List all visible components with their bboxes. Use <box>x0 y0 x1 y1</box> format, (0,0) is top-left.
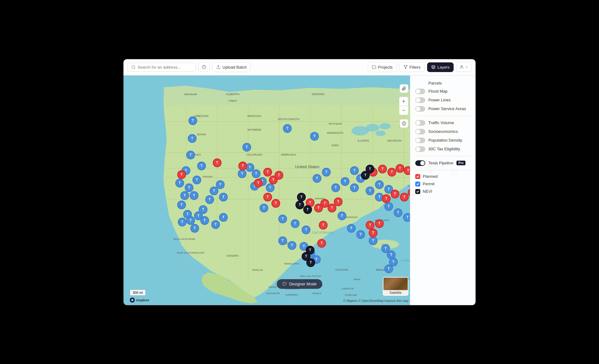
marker-blue[interactable]: T <box>211 220 220 229</box>
planned-label: Planned <box>423 174 438 179</box>
30c-tax-toggle[interactable] <box>415 146 425 152</box>
marker-blue[interactable]: T <box>283 124 292 133</box>
marker-blue[interactable]: T <box>199 205 207 214</box>
marker-blue[interactable]: T <box>347 224 356 233</box>
marker-blue[interactable]: T <box>350 183 359 192</box>
search-box[interactable] <box>127 63 196 72</box>
marker-blue[interactable]: T <box>350 166 359 175</box>
marker-blue[interactable]: T <box>177 201 186 209</box>
marker-red[interactable]: T <box>317 239 326 248</box>
marker-blue[interactable]: T <box>266 183 275 192</box>
marker-blue[interactable]: T <box>205 195 214 204</box>
marker-blue[interactable]: T <box>186 216 195 225</box>
checkbox-permit[interactable]: Permit <box>415 180 470 188</box>
marker-blue[interactable]: T <box>260 204 268 212</box>
marker-red[interactable]: T <box>378 165 387 173</box>
marker-blue[interactable]: T <box>375 180 384 189</box>
marker-dark[interactable]: T <box>361 171 370 180</box>
marker-blue[interactable]: T <box>384 265 393 273</box>
checkbox-nevi[interactable]: NEVI <box>415 188 470 195</box>
upload-batch-button[interactable]: Upload Batch <box>212 62 251 72</box>
marker-red[interactable]: T <box>213 158 222 167</box>
nevi-checkbox[interactable] <box>415 189 420 194</box>
marker-blue[interactable]: T <box>288 241 296 250</box>
marker-red[interactable]: T <box>263 168 272 177</box>
history-button[interactable] <box>198 62 210 72</box>
marker-blue[interactable]: T <box>242 143 251 152</box>
marker-red[interactable]: T <box>334 197 343 206</box>
marker-red[interactable]: T <box>369 229 377 237</box>
marker-blue[interactable]: T <box>278 236 287 245</box>
marker-blue[interactable]: T <box>188 116 197 125</box>
zoom-in-button[interactable]: + <box>399 97 408 106</box>
marker-red[interactable]: T <box>400 193 409 201</box>
designer-mode-badge[interactable]: Designer Mode <box>277 279 322 289</box>
marker-blue[interactable]: T <box>190 191 198 200</box>
tesla-pipeline-toggle[interactable] <box>415 160 425 166</box>
marker-red[interactable]: T <box>238 162 247 170</box>
marker-red[interactable]: T <box>263 193 272 201</box>
marker-blue[interactable]: T <box>200 216 209 225</box>
marker-blue[interactable]: T <box>197 162 206 170</box>
user-button[interactable] <box>456 62 472 72</box>
marker-red[interactable]: T <box>254 179 263 187</box>
flood-map-toggle[interactable] <box>415 89 425 94</box>
marker-red[interactable]: T <box>391 190 399 198</box>
filters-button[interactable]: Filters <box>399 62 425 72</box>
search-input[interactable] <box>138 65 192 70</box>
checkbox-planned[interactable]: Planned <box>415 173 470 180</box>
power-service-areas-toggle[interactable] <box>415 106 425 112</box>
marker-red[interactable]: T <box>396 164 404 173</box>
marker-blue[interactable]: T <box>219 193 228 201</box>
marker-red[interactable]: T <box>382 194 391 203</box>
power-lines-toggle[interactable] <box>415 97 425 103</box>
marker-blue[interactable]: T <box>384 202 393 211</box>
marker-blue[interactable]: T <box>322 168 331 177</box>
population-density-toggle[interactable] <box>415 138 425 143</box>
marker-blue[interactable]: T <box>310 132 319 141</box>
marker-red[interactable]: T <box>275 171 283 180</box>
marker-blue[interactable]: T <box>394 208 402 217</box>
marker-red[interactable]: T <box>375 219 384 228</box>
marker-blue[interactable]: T <box>178 218 187 226</box>
marker-blue[interactable]: T <box>341 177 349 186</box>
marker-blue[interactable]: T <box>180 191 189 200</box>
marker-blue[interactable]: T <box>252 169 261 178</box>
marker-dark[interactable]: T <box>297 193 306 201</box>
marker-blue[interactable]: T <box>188 134 197 143</box>
projects-button[interactable]: Projects <box>368 62 397 72</box>
marker-red[interactable]: T <box>271 199 280 208</box>
marker-blue[interactable]: T <box>356 230 365 239</box>
zoom-out-button[interactable]: − <box>399 106 408 115</box>
marker-blue[interactable]: T <box>185 183 193 192</box>
marker-red[interactable]: T <box>387 168 396 177</box>
marker-dark[interactable]: T <box>303 205 312 214</box>
marker-blue[interactable]: T <box>331 183 340 192</box>
marker-blue[interactable]: T <box>175 179 184 187</box>
marker-red[interactable]: T <box>177 170 186 179</box>
clip-button[interactable] <box>400 84 408 93</box>
marker-dark[interactable]: T <box>295 201 304 209</box>
compass-button[interactable] <box>400 119 408 128</box>
marker-red[interactable]: T <box>366 221 374 230</box>
marker-blue[interactable]: T <box>238 169 246 178</box>
marker-blue[interactable]: T <box>291 219 300 228</box>
marker-blue[interactable]: T <box>278 215 287 223</box>
layers-button[interactable]: Layers <box>427 62 454 72</box>
planned-checkbox[interactable] <box>415 174 420 179</box>
marker-red[interactable]: T <box>319 221 328 230</box>
marker-blue[interactable]: T <box>366 187 374 195</box>
marker-blue[interactable]: T <box>302 226 310 234</box>
traffic-volume-toggle[interactable] <box>415 120 425 126</box>
permit-checkbox[interactable] <box>415 182 420 187</box>
marker-blue[interactable]: T <box>186 151 195 159</box>
marker-blue[interactable]: T <box>216 180 225 189</box>
socioeconomics-toggle[interactable] <box>415 129 425 134</box>
marker-blue[interactable]: T <box>190 224 199 233</box>
marker-blue[interactable]: T <box>219 213 228 222</box>
marker-blue[interactable]: T <box>192 176 201 184</box>
marker-blue[interactable]: T <box>338 211 346 220</box>
marker-blue[interactable]: T <box>313 174 321 183</box>
marker-dark[interactable]: T <box>302 252 310 261</box>
marker-blue[interactable]: T <box>369 236 377 245</box>
